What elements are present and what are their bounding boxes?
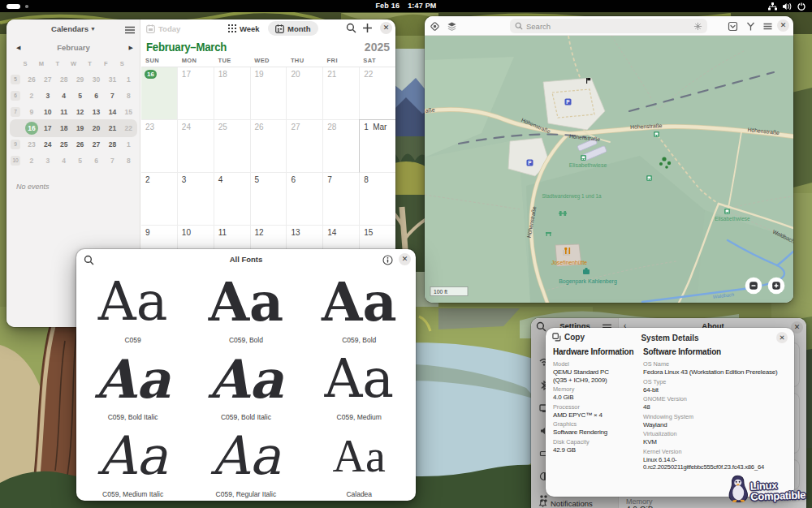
mini-day[interactable]: 25: [56, 140, 72, 149]
calendars-dropdown[interactable]: Calendars▼: [6, 24, 140, 33]
map-canvas[interactable]: P P: [425, 36, 793, 303]
calendar-day-cell[interactable]: 18: [214, 67, 251, 120]
mini-day[interactable]: 27: [40, 75, 56, 84]
font-tile[interactable]: Aa C059, Bold: [303, 270, 416, 347]
calendar-day-cell[interactable]: 2: [141, 173, 178, 226]
mini-day[interactable]: 30: [89, 75, 105, 84]
mini-day[interactable]: 11: [56, 108, 72, 116]
calendar-day-cell[interactable]: 22: [360, 67, 395, 120]
volume-icon[interactable]: [783, 2, 792, 11]
search-input[interactable]: Search: [510, 19, 707, 33]
night-mode-icon[interactable]: [693, 22, 702, 31]
mini-day[interactable]: 13: [89, 108, 105, 116]
calendar-day-cell[interactable]: 6: [287, 173, 323, 226]
mini-day[interactable]: 26: [72, 140, 89, 149]
calendar-day-cell[interactable]: 24: [178, 120, 214, 173]
menu-icon[interactable]: [125, 26, 135, 34]
mini-day[interactable]: 19: [72, 124, 89, 132]
calendar-day-cell[interactable]: 25: [214, 120, 251, 173]
mini-day[interactable]: 31: [104, 75, 120, 84]
power-icon[interactable]: [797, 2, 806, 11]
mini-day[interactable]: 20: [89, 124, 105, 132]
calendar-day-cell[interactable]: 27: [287, 120, 323, 173]
font-tile[interactable]: Aa C059, Bold: [189, 270, 302, 347]
mini-day[interactable]: 6: [89, 92, 105, 100]
info-icon[interactable]: [382, 255, 393, 265]
mini-day[interactable]: 9: [24, 108, 40, 116]
mini-day[interactable]: 5: [72, 92, 89, 100]
calendar-day-cell[interactable]: 20: [287, 67, 323, 120]
mini-day[interactable]: 5: [72, 157, 89, 165]
font-tile[interactable]: Aa C059: [76, 270, 189, 347]
calendar-day-cell[interactable]: 16: [141, 67, 178, 120]
mini-day[interactable]: 28: [56, 75, 72, 84]
mini-day[interactable]: 1: [120, 75, 136, 84]
zoom-in-button[interactable]: [768, 278, 785, 295]
font-tile[interactable]: Aa C059, Medium: [303, 347, 416, 424]
mini-day[interactable]: 18: [56, 124, 72, 132]
mini-day[interactable]: 7: [104, 157, 120, 165]
close-button[interactable]: ✕: [399, 253, 411, 265]
calendar-day-cell[interactable]: 21: [323, 67, 360, 120]
calendar-day-cell[interactable]: 8: [360, 173, 395, 226]
mini-day[interactable]: 4: [56, 157, 72, 165]
calendar-day-cell[interactable]: 23: [141, 120, 178, 173]
locate-icon[interactable]: [430, 21, 440, 32]
week-view-button[interactable]: Week: [228, 21, 260, 36]
mini-day[interactable]: 27: [89, 140, 105, 149]
mini-day[interactable]: 26: [24, 75, 40, 84]
mini-day[interactable]: 29: [72, 75, 89, 84]
favorites-icon[interactable]: [728, 21, 738, 32]
dialog-close-button[interactable]: ✕: [776, 332, 788, 343]
mini-day[interactable]: 14: [104, 108, 120, 116]
mini-day[interactable]: 24: [40, 140, 56, 149]
mini-day[interactable]: 2: [24, 157, 40, 165]
font-tile[interactable]: Aa C059, Medium Italic: [76, 424, 189, 501]
mini-day[interactable]: 16: [24, 124, 40, 132]
font-tile[interactable]: Aa Caladea: [303, 424, 416, 501]
clock[interactable]: Feb 161:47 PM: [0, 0, 812, 12]
calendar-day-cell[interactable]: 1Mar: [359, 120, 395, 173]
next-month-button[interactable]: ▶: [129, 45, 133, 51]
calendar-day-cell[interactable]: 7: [323, 173, 360, 226]
mini-day[interactable]: 12: [72, 108, 89, 116]
mini-day[interactable]: 2: [24, 92, 40, 100]
mini-day[interactable]: 1: [120, 140, 136, 149]
mini-day[interactable]: 23: [24, 140, 40, 149]
mini-day[interactable]: 28: [104, 140, 120, 149]
calendar-day-cell[interactable]: 4: [214, 173, 251, 226]
zoom-out-button[interactable]: [745, 278, 762, 295]
search-icon[interactable]: [346, 23, 356, 33]
mini-day[interactable]: 17: [40, 124, 56, 132]
mini-day[interactable]: 22: [120, 124, 136, 132]
route-icon[interactable]: [745, 21, 756, 32]
mini-day[interactable]: 7: [104, 92, 120, 100]
calendar-day-cell[interactable]: 28: [323, 120, 360, 173]
calendar-day-cell[interactable]: 3: [178, 173, 214, 226]
mini-day[interactable]: 8: [120, 157, 136, 165]
mini-day[interactable]: 4: [56, 92, 72, 100]
layers-icon[interactable]: [447, 21, 457, 32]
mini-day[interactable]: 3: [40, 92, 56, 100]
close-button[interactable]: ✕: [777, 19, 789, 32]
mini-day[interactable]: 15: [120, 108, 136, 116]
font-tile[interactable]: Aa C059, Bold Italic: [189, 347, 302, 424]
close-button[interactable]: ✕: [380, 22, 392, 34]
mini-day[interactable]: 3: [40, 157, 56, 165]
calendar-day-cell[interactable]: 17: [178, 67, 214, 120]
font-tile[interactable]: Aa C059, Regular Italic: [189, 424, 302, 501]
calendar-day-cell[interactable]: 5: [251, 173, 287, 226]
today-button[interactable]: Today: [146, 21, 180, 36]
mini-day[interactable]: 6: [89, 157, 105, 165]
mini-day[interactable]: 8: [120, 92, 136, 100]
calendar-day-cell[interactable]: 26: [251, 120, 287, 173]
font-tile[interactable]: Aa C059, Bold Italic: [76, 347, 189, 424]
add-event-icon[interactable]: [362, 23, 373, 33]
mini-day[interactable]: 10: [40, 108, 56, 116]
map-view[interactable]: P P: [425, 36, 793, 303]
mini-day[interactable]: 21: [104, 124, 120, 132]
month-view-button[interactable]: Month: [268, 21, 318, 36]
menu-icon[interactable]: [762, 21, 773, 32]
calendar-day-cell[interactable]: 19: [251, 67, 287, 120]
network-icon[interactable]: [768, 2, 777, 11]
